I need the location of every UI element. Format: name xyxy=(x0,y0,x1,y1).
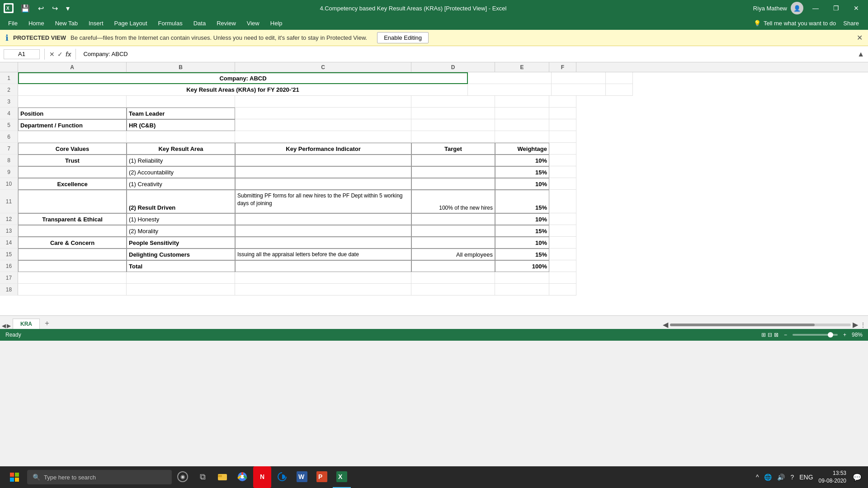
cell-b7[interactable]: Key Result Area xyxy=(127,143,235,155)
cell-c6[interactable] xyxy=(235,131,411,143)
cell-c8[interactable] xyxy=(235,155,411,166)
task-view-button[interactable]: ⧉ xyxy=(193,466,212,488)
cell-e13[interactable]: 15% xyxy=(495,225,549,237)
chrome-icon[interactable] xyxy=(233,466,251,488)
cell-c7[interactable]: Key Performance Indicator xyxy=(235,143,411,155)
cell-a7[interactable]: Core Values xyxy=(18,143,127,155)
cell-b15[interactable]: Delighting Customers xyxy=(127,249,235,260)
cell-e11[interactable]: 15% xyxy=(495,190,549,213)
page-layout-view-icon[interactable]: ⊟ xyxy=(768,332,772,338)
sheet-scroll-right[interactable]: ▶ xyxy=(853,320,858,329)
cell-a5[interactable]: Department / Function xyxy=(18,119,127,131)
start-button[interactable] xyxy=(4,466,25,488)
cell-a4[interactable]: Position xyxy=(18,108,127,119)
menu-insert[interactable]: Insert xyxy=(84,18,108,28)
enable-editing-button[interactable]: Enable Editing xyxy=(377,32,429,43)
cell-d1[interactable] xyxy=(468,72,552,84)
cell-f17[interactable] xyxy=(549,272,576,284)
cell-a9[interactable] xyxy=(18,166,127,178)
cell-d2[interactable] xyxy=(468,84,552,96)
cell-e8[interactable]: 10% xyxy=(495,155,549,166)
cell-a14[interactable]: Care & Concern xyxy=(18,237,127,249)
cell-a18[interactable] xyxy=(18,284,127,296)
cell-f15[interactable] xyxy=(549,249,576,260)
tab-nav-right[interactable]: ▶ xyxy=(7,323,11,329)
cell-e9[interactable]: 15% xyxy=(495,166,549,178)
col-header-f[interactable]: F xyxy=(549,62,576,72)
netflix-icon[interactable]: N xyxy=(253,466,271,488)
sheet-tab-kra[interactable]: KRA xyxy=(13,319,40,329)
cell-b13[interactable]: (2) Morality xyxy=(127,225,235,237)
maximize-button[interactable]: ❐ xyxy=(828,3,844,14)
tray-chevron[interactable]: ^ xyxy=(754,472,761,483)
zoom-thumb[interactable] xyxy=(828,332,833,338)
zoom-plus[interactable]: + xyxy=(843,332,846,338)
cell-c15[interactable]: Issuing all the appraisal letters before… xyxy=(235,249,411,260)
close-button[interactable]: ✕ xyxy=(848,3,864,14)
cell-b11[interactable]: (2) Result Driven xyxy=(127,190,235,213)
cell-d6[interactable] xyxy=(411,131,495,143)
cell-f14[interactable] xyxy=(549,237,576,249)
notification-button[interactable]: 💬 xyxy=(850,470,864,484)
cell-a8[interactable]: Trust xyxy=(18,155,127,166)
save-button[interactable]: 💾 xyxy=(17,2,33,14)
cell-f13[interactable] xyxy=(549,225,576,237)
tab-nav-left[interactable]: ◀ xyxy=(2,323,6,329)
confirm-formula-icon[interactable]: ✓ xyxy=(57,51,63,58)
cell-a3[interactable] xyxy=(18,96,127,108)
cell-f7[interactable] xyxy=(549,143,576,155)
cell-b5[interactable]: HR (C&B) xyxy=(127,119,235,131)
cell-b18[interactable] xyxy=(127,284,235,296)
taskbar-search-bar[interactable]: 🔍 Type here to search xyxy=(27,470,172,484)
cell-d14[interactable] xyxy=(411,237,495,249)
cell-c3[interactable] xyxy=(235,96,411,108)
cell-d13[interactable] xyxy=(411,225,495,237)
cell-c9[interactable] xyxy=(235,166,411,178)
menu-home[interactable]: Home xyxy=(24,18,49,28)
cell-e18[interactable] xyxy=(495,284,549,296)
zoom-minus[interactable]: − xyxy=(784,332,787,338)
cell-d4[interactable] xyxy=(411,108,495,119)
cell-f4[interactable] xyxy=(549,108,576,119)
cell-c13[interactable] xyxy=(235,225,411,237)
redo-button[interactable]: ↪ xyxy=(48,2,61,14)
file-explorer-icon[interactable] xyxy=(213,466,231,488)
cell-c5[interactable] xyxy=(235,119,411,131)
page-break-view-icon[interactable]: ⊠ xyxy=(774,332,778,338)
cell-c14[interactable] xyxy=(235,237,411,249)
undo-button[interactable]: ↩ xyxy=(34,2,47,14)
cell-f10[interactable] xyxy=(549,178,576,190)
cell-b8[interactable]: (1) Reliability xyxy=(127,155,235,166)
formula-expand-button[interactable]: ▲ xyxy=(857,50,864,58)
cell-d8[interactable] xyxy=(411,155,495,166)
menu-pagelayout[interactable]: Page Layout xyxy=(110,18,152,28)
cell-d3[interactable] xyxy=(411,96,495,108)
add-sheet-button[interactable]: ＋ xyxy=(40,318,54,329)
menu-formulas[interactable]: Formulas xyxy=(154,18,187,28)
cell-d11[interactable]: 100% of the new hires xyxy=(411,190,495,213)
cell-e4[interactable] xyxy=(495,108,549,119)
cell-a2[interactable]: Key Result Areas (KRAs) for FY 2020-'21 xyxy=(18,84,468,96)
col-header-d[interactable]: D xyxy=(411,62,495,72)
menu-newtab[interactable]: New Tab xyxy=(51,18,82,28)
menu-help[interactable]: Help xyxy=(266,18,287,28)
menu-data[interactable]: Data xyxy=(189,18,210,28)
protected-close-button[interactable]: ✕ xyxy=(857,33,863,42)
clock[interactable]: 13:53 09-08-2020 xyxy=(819,469,846,485)
cell-e10[interactable]: 10% xyxy=(495,178,549,190)
edge-icon[interactable] xyxy=(273,466,291,488)
cell-c17[interactable] xyxy=(235,272,411,284)
cell-a17[interactable] xyxy=(18,272,127,284)
cell-c4[interactable] xyxy=(235,108,411,119)
cell-d12[interactable] xyxy=(411,213,495,225)
cell-d9[interactable] xyxy=(411,166,495,178)
menu-review[interactable]: Review xyxy=(212,18,241,28)
normal-view-icon[interactable]: ⊞ xyxy=(761,332,766,338)
cell-b6[interactable] xyxy=(127,131,235,143)
cell-a11[interactable] xyxy=(18,190,127,213)
cell-c12[interactable] xyxy=(235,213,411,225)
cell-e3[interactable] xyxy=(495,96,549,108)
cell-c16[interactable] xyxy=(235,260,411,272)
cell-f5[interactable] xyxy=(549,119,576,131)
cell-b9[interactable]: (2) Accountability xyxy=(127,166,235,178)
